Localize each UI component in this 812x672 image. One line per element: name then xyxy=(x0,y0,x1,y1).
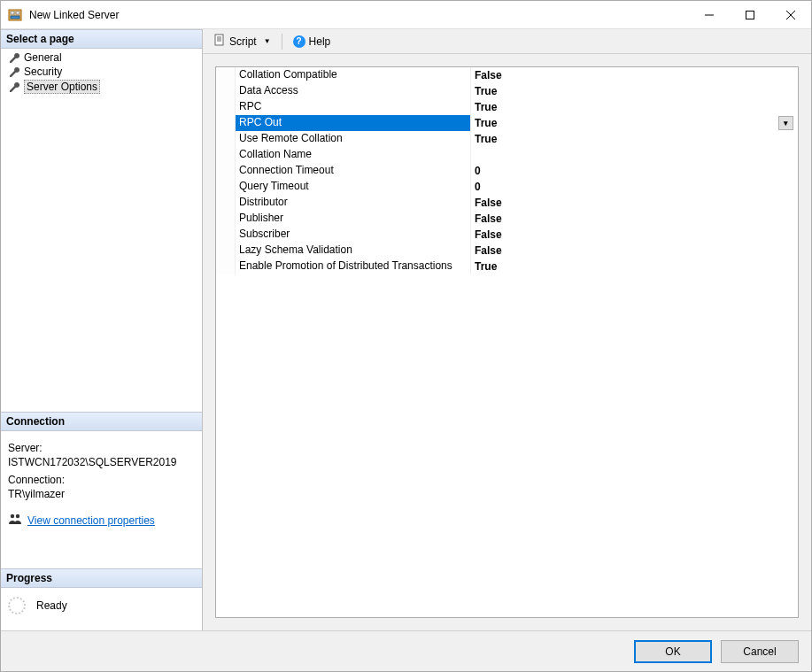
ok-button[interactable]: OK xyxy=(634,640,712,663)
wrench-icon xyxy=(8,51,20,64)
property-gutter xyxy=(216,163,236,179)
property-value[interactable]: False xyxy=(471,227,798,243)
property-row[interactable]: DistributorFalse xyxy=(216,195,798,211)
server-value: ISTWCN172032\SQLSERVER2019 xyxy=(8,456,195,468)
svg-point-8 xyxy=(11,514,14,518)
property-row[interactable]: Query Timeout0 xyxy=(216,179,798,195)
property-value[interactable]: True▾ xyxy=(471,115,798,131)
maximize-button[interactable] xyxy=(730,1,770,29)
progress-header: Progress xyxy=(1,568,202,588)
property-name: Use Remote Collation xyxy=(236,131,471,147)
property-name: RPC xyxy=(236,99,471,115)
property-row[interactable]: Lazy Schema ValidationFalse xyxy=(216,243,798,259)
property-gutter xyxy=(216,99,236,115)
svg-rect-3 xyxy=(11,16,19,19)
property-name: Collation Name xyxy=(236,147,471,163)
property-grid-container: Collation CompatibleFalseData AccessTrue… xyxy=(215,66,799,618)
script-label: Script xyxy=(229,35,257,48)
page-item-label: Server Options xyxy=(24,80,100,94)
property-row[interactable]: PublisherFalse xyxy=(216,211,798,227)
page-item-label: Security xyxy=(24,66,62,78)
page-item-server-options[interactable]: Server Options xyxy=(1,79,202,95)
ok-button-label: OK xyxy=(665,645,680,658)
help-label: Help xyxy=(309,35,331,48)
toolbar-separator xyxy=(282,34,282,50)
property-gutter xyxy=(216,243,236,259)
connection-label: Connection: xyxy=(8,474,195,486)
property-name: Enable Promotion of Distributed Transact… xyxy=(236,259,471,274)
property-name: Subscriber xyxy=(236,227,471,243)
property-row[interactable]: Enable Promotion of Distributed Transact… xyxy=(216,259,798,274)
property-name: Connection Timeout xyxy=(236,163,471,179)
property-row[interactable]: Data AccessTrue xyxy=(216,83,798,99)
property-value[interactable]: False xyxy=(471,211,798,227)
property-value[interactable] xyxy=(471,147,798,163)
server-label: Server: xyxy=(8,442,195,454)
property-name: RPC Out xyxy=(236,115,471,131)
cancel-button[interactable]: Cancel xyxy=(721,640,799,663)
property-row[interactable]: RPCTrue xyxy=(216,99,798,115)
select-page-header: Select a page xyxy=(1,29,202,49)
property-gutter xyxy=(216,131,236,147)
page-item-general[interactable]: General xyxy=(1,50,202,65)
app-icon xyxy=(8,8,22,22)
page-item-label: General xyxy=(24,51,62,64)
close-button[interactable] xyxy=(770,1,811,29)
script-icon xyxy=(213,34,226,49)
property-row[interactable]: Collation CompatibleFalse xyxy=(216,67,798,83)
toolbar: Script ▼ ? Help xyxy=(203,29,811,54)
people-icon xyxy=(8,513,22,528)
progress-spinner-icon xyxy=(8,597,26,614)
property-value[interactable]: False xyxy=(471,243,798,259)
property-value[interactable]: 0 xyxy=(471,179,798,195)
page-item-security[interactable]: Security xyxy=(1,65,202,79)
dropdown-button[interactable]: ▾ xyxy=(778,116,793,130)
property-value[interactable]: False xyxy=(471,195,798,211)
help-icon: ? xyxy=(293,35,305,48)
cancel-button-label: Cancel xyxy=(743,645,776,658)
left-pane: Select a page GeneralSecurityServer Opti… xyxy=(1,29,203,630)
help-button[interactable]: ? Help xyxy=(290,34,335,50)
dropdown-arrow-icon: ▼ xyxy=(264,37,271,45)
property-name: Lazy Schema Validation xyxy=(236,243,471,259)
property-gutter xyxy=(216,227,236,243)
titlebar: New Linked Server xyxy=(1,1,811,29)
page-list: GeneralSecurityServer Options xyxy=(1,49,202,97)
property-row[interactable]: Use Remote CollationTrue xyxy=(216,131,798,147)
chevron-down-icon: ▾ xyxy=(784,119,788,127)
property-gutter xyxy=(216,67,236,83)
property-gutter xyxy=(216,179,236,195)
property-gutter xyxy=(216,259,236,274)
view-connection-properties-link[interactable]: View connection properties xyxy=(27,514,155,527)
property-value[interactable]: True xyxy=(471,99,798,115)
right-pane: Script ▼ ? Help Collation CompatibleFals… xyxy=(203,29,811,630)
property-name: Distributor xyxy=(236,195,471,211)
property-value[interactable]: False xyxy=(471,67,798,83)
property-value[interactable]: True xyxy=(471,259,798,274)
property-grid[interactable]: Collation CompatibleFalseData AccessTrue… xyxy=(216,67,798,274)
minimize-button[interactable] xyxy=(689,1,730,29)
window-title: New Linked Server xyxy=(29,9,689,21)
property-row[interactable]: RPC OutTrue▾ xyxy=(216,115,798,131)
svg-rect-5 xyxy=(746,12,754,19)
script-button[interactable]: Script ▼ xyxy=(210,32,275,50)
property-name: Collation Compatible xyxy=(236,67,471,83)
dialog-footer: OK Cancel xyxy=(1,630,811,671)
property-value[interactable]: True xyxy=(471,83,798,99)
connection-header: Connection xyxy=(1,412,202,431)
property-gutter xyxy=(216,211,236,227)
progress-status-text: Ready xyxy=(36,599,67,612)
property-row[interactable]: Connection Timeout0 xyxy=(216,163,798,179)
connection-value: TR\yilmazer xyxy=(8,488,195,500)
property-row[interactable]: SubscriberFalse xyxy=(216,227,798,243)
property-gutter xyxy=(216,147,236,163)
property-value[interactable]: True xyxy=(471,131,798,147)
property-name: Data Access xyxy=(236,83,471,99)
property-value[interactable]: 0 xyxy=(471,163,798,179)
property-gutter xyxy=(216,83,236,99)
property-row[interactable]: Collation Name xyxy=(216,147,798,163)
wrench-icon xyxy=(8,66,20,78)
svg-point-9 xyxy=(16,514,19,518)
svg-rect-1 xyxy=(11,12,14,14)
property-gutter xyxy=(216,115,236,131)
